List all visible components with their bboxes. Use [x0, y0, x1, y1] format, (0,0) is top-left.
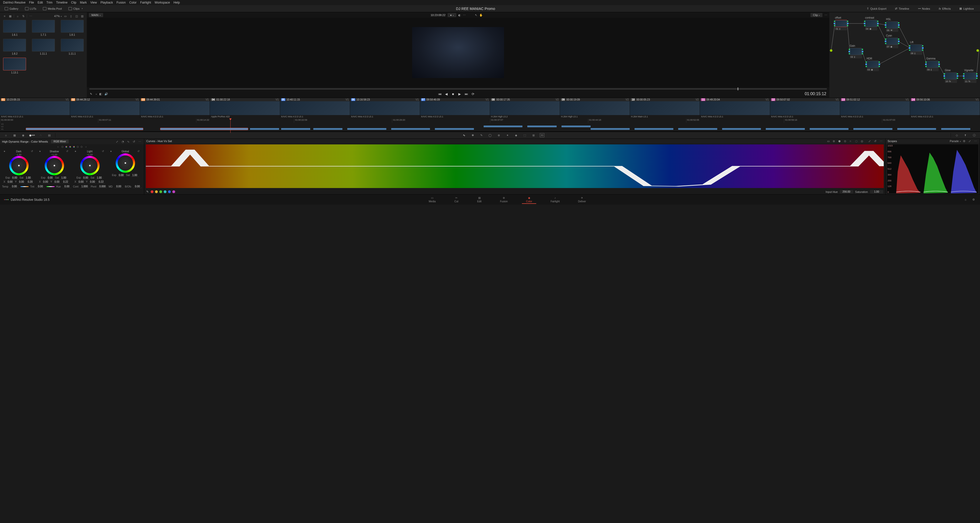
eyedropper-icon[interactable]: ✎	[146, 190, 149, 193]
color-node[interactable]: offset 01⫿	[835, 20, 847, 30]
settings-icon[interactable]: ⚙	[963, 139, 966, 143]
page-dot[interactable]	[77, 146, 79, 148]
play-reverse-button[interactable]: ◀	[444, 92, 449, 96]
color-node[interactable]: Cyan 07◉	[886, 38, 898, 48]
timeline-clip-thumbnail[interactable]: 10 00:00:05:23 V2 H.264 Main L5.1	[630, 98, 700, 118]
scope-mode-dropdown[interactable]: Parade	[950, 139, 961, 143]
timeline-clip-thumbnail[interactable]: 08 00:00:17:35 V2 H.264 High L5.2	[490, 98, 560, 118]
sat-value[interactable]: 1.00	[95, 176, 103, 179]
color-node[interactable]: HSL 05👁	[886, 21, 898, 32]
tracker-icon[interactable]: ⊕	[496, 133, 501, 137]
hue-lum-icon[interactable]: ⊙	[844, 139, 848, 143]
gallery-still[interactable]: 1.11.1	[59, 39, 85, 55]
first-frame-button[interactable]: ⏮	[438, 92, 442, 96]
reset-icon[interactable]: ↺	[133, 140, 136, 143]
hue-swatch[interactable]	[164, 190, 167, 193]
timeline-clip-thumbnail[interactable]: 07 09:58:46:09 V1 XAVC Intra 4:2:2 L5.1	[420, 98, 490, 118]
camera-raw-icon[interactable]: ☼	[3, 133, 8, 137]
timeline-clip[interactable]	[678, 128, 717, 130]
color-node[interactable]: Gamma 09⫿	[926, 61, 939, 71]
exp-value[interactable]: 0.00	[11, 176, 19, 179]
color-node[interactable]: Glow 10fx	[945, 73, 957, 83]
timeline-clip[interactable]	[26, 128, 143, 130]
reset-icon[interactable]: ↺	[102, 150, 105, 153]
clip-source-dropdown[interactable]: Clip	[810, 13, 822, 17]
zoom-dropdown[interactable]: 47%	[54, 14, 62, 17]
pointer-icon[interactable]: ↖	[475, 14, 477, 17]
timeline-clip-thumbnail[interactable]: 13 09:51:02:12 V1 XAVC Intra 4:2:2 L5.1	[840, 98, 910, 118]
menu-davinci-resolve[interactable]: DaVinci Resolve	[3, 1, 25, 4]
timeline-clip-thumbnail[interactable]: 11 09:49:20:04 V1 XAVC Intra 4:2:2 L5.1	[700, 98, 770, 118]
layout-d-icon[interactable]: ▥	[80, 14, 84, 18]
color-wheel[interactable]	[45, 156, 64, 175]
menu-edit[interactable]: Edit	[38, 1, 43, 4]
timeline-clip[interactable]	[484, 125, 522, 127]
more-icon[interactable]: ⋯	[463, 14, 466, 17]
menu-workspace[interactable]: Workspace	[155, 1, 170, 4]
y-value[interactable]: 0.00	[18, 181, 25, 184]
split-icon[interactable]: ◧	[99, 92, 102, 96]
info-icon[interactable]: ⓘ	[972, 133, 977, 137]
color-node[interactable]: Lift 08⫿	[910, 44, 922, 55]
timeline-clip[interactable]	[347, 128, 386, 130]
play-button[interactable]: ▶	[458, 92, 461, 96]
saturation-field[interactable]	[870, 190, 883, 193]
menu-fairlight[interactable]: Fairlight	[140, 1, 151, 4]
hue-swatch[interactable]	[168, 190, 171, 193]
menu-clip[interactable]: Clip	[71, 1, 76, 4]
sizing-icon[interactable]: ⊞	[531, 133, 536, 137]
menu-playback[interactable]: Playback	[100, 1, 113, 4]
hue-swatch[interactable]	[151, 190, 153, 193]
timeline-clip[interactable]	[635, 128, 673, 130]
page-tab-fairlight[interactable]: ♪Fairlight	[546, 195, 564, 204]
wipe-mode-dropdown[interactable]	[95, 92, 97, 95]
hue-hue-icon[interactable]: ⊚	[833, 139, 836, 143]
timeline-clip[interactable]	[527, 125, 557, 127]
page-tab-deliver[interactable]: ✈Deliver	[574, 195, 590, 204]
timeline-clip-thumbnail[interactable]: 04 01:00:22:18 V1 Apple ProRes 422	[210, 98, 280, 118]
md-value[interactable]: 0.00	[114, 185, 123, 188]
menu-trim[interactable]: Trim	[46, 1, 52, 4]
color-match-icon[interactable]: ▦	[12, 133, 17, 137]
sat-sat-icon[interactable]: ◌	[855, 139, 859, 143]
list-view-icon[interactable]: ≡	[3, 14, 6, 18]
timeline-clip[interactable]	[897, 128, 936, 130]
zone-toggle-icon[interactable]: ●	[110, 150, 113, 153]
menu-mark[interactable]: Mark	[80, 1, 87, 4]
x-value[interactable]: 0.00	[6, 181, 14, 184]
graph-icon[interactable]: ∿	[127, 140, 131, 143]
clips-toggle[interactable]: Clips	[66, 6, 85, 11]
z-value[interactable]: 0.22	[62, 181, 70, 184]
search-icon[interactable]: ⌕	[16, 14, 20, 18]
x-value[interactable]: 0.00	[77, 181, 85, 184]
luts-toggle[interactable]: LUTs	[22, 6, 39, 11]
exp-value[interactable]: 0.00	[118, 174, 125, 177]
hue-swatch[interactable]	[172, 190, 175, 193]
gallery-still[interactable]: 1.6.1	[2, 20, 28, 36]
timeline-clip[interactable]	[562, 125, 590, 127]
sat-lum-icon[interactable]: ◎	[861, 139, 864, 143]
loop-button[interactable]: ⟳	[471, 92, 475, 96]
reset-icon[interactable]: ↺	[31, 150, 34, 153]
viewer-timecode[interactable]: 01:00:15:12	[805, 92, 826, 96]
timeline-clip[interactable]	[590, 128, 629, 130]
page-prev-button[interactable]: ‹	[56, 145, 59, 148]
warper-icon[interactable]: ✱	[470, 133, 475, 137]
timeline-clip-thumbnail[interactable]: 05 10:40:11:15 V1 XAVC Intra 4:2:2 L5.1	[280, 98, 350, 118]
menu-file[interactable]: File	[29, 1, 34, 4]
audio-icon[interactable]: 🔊	[105, 92, 108, 96]
wipe-icon[interactable]: ✎	[90, 92, 92, 96]
temp-value[interactable]: 0.00	[10, 185, 19, 188]
menu-view[interactable]: View	[91, 1, 97, 4]
layout-b-icon[interactable]: ▯	[69, 14, 73, 18]
timeline-clip[interactable]	[281, 128, 310, 130]
magic-mask-icon[interactable]: ✦	[505, 133, 510, 137]
gallery-still[interactable]: 1.8.1	[59, 20, 85, 36]
timeline-clip-thumbnail[interactable]: 03 09:44:39:01 V1 XAVC Intra 4:2:2 L5.1	[140, 98, 210, 118]
hue-value[interactable]: 0.00	[62, 185, 72, 188]
effects-toggle[interactable]: fxEffects	[936, 6, 953, 11]
timeline-clip-thumbnail[interactable]: 01 10:23:05:15 V1 XAVC Intra 4:2:2 L5.1	[0, 98, 70, 118]
keyframe-icon[interactable]: ◇	[955, 133, 959, 137]
page-dot[interactable]	[81, 146, 83, 148]
reset-icon[interactable]: ↺	[66, 150, 69, 153]
